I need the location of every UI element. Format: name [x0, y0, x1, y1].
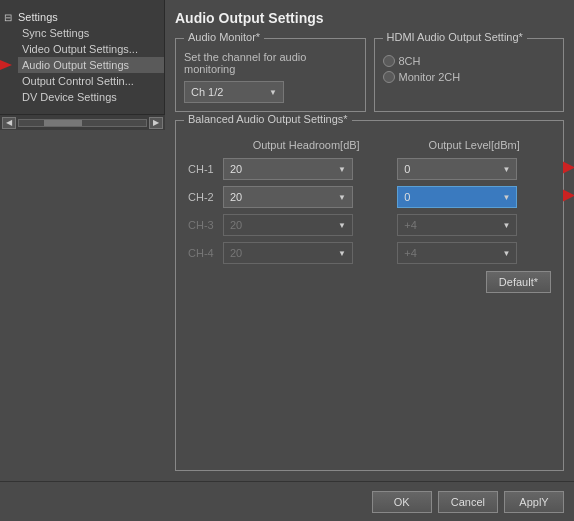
main-panel: Audio Output Settings Audio Monitor* Set…: [165, 0, 574, 481]
hdmi-radio-8ch[interactable]: 8CH: [383, 55, 556, 67]
audio-monitor-legend: Audio Monitor*: [184, 31, 264, 43]
col-headroom-header: Output Headroom[dB]: [219, 137, 393, 155]
sidebar-item-audio[interactable]: Audio Output Settings: [18, 57, 164, 73]
default-button[interactable]: Default*: [486, 271, 551, 293]
svg-marker-2: [563, 190, 574, 202]
audio-monitor-value: Ch 1/2: [191, 86, 265, 98]
content-area: ⊟ Settings Sync Settings Video Output Se…: [0, 0, 574, 481]
footer: OK Cancel ApplY: [0, 481, 574, 521]
table-row: CH-1 20 ▼ 0 ▼: [184, 155, 555, 183]
ch4-headroom-cell: 20 ▼: [219, 239, 393, 267]
ok-button[interactable]: OK: [372, 491, 432, 513]
ch2-headroom-cell: 20 ▼: [219, 183, 393, 211]
hdmi-group: HDMI Audio Output Setting* 8CH Monitor 2…: [374, 38, 565, 112]
sidebar-item-output[interactable]: Output Control Settin...: [18, 73, 164, 89]
top-groups: Audio Monitor* Set the channel for audio…: [175, 38, 564, 112]
dropdown-arrow-icon: ▼: [269, 88, 277, 97]
svg-marker-0: [0, 60, 12, 70]
ch3-headroom-cell: 20 ▼: [219, 211, 393, 239]
ch2-level-value: 0: [404, 191, 498, 203]
ch1-level-cell: 0 ▼: [393, 155, 555, 183]
dropdown-arrow-icon: ▼: [502, 221, 510, 230]
ch4-headroom-dropdown: 20 ▼: [223, 242, 353, 264]
ch1-headroom-cell: 20 ▼: [219, 155, 393, 183]
ch4-level-cell: +4 ▼: [393, 239, 555, 267]
main-container: ⊟ Settings Sync Settings Video Output Se…: [0, 0, 574, 521]
radio-monitor2ch-icon: [383, 71, 395, 83]
ch3-headroom-dropdown: 20 ▼: [223, 214, 353, 236]
sidebar-item-video[interactable]: Video Output Settings...: [18, 41, 164, 57]
table-row: CH-4 20 ▼ +4 ▼: [184, 239, 555, 267]
ch2-level-dropdown[interactable]: 0 ▼: [397, 186, 517, 208]
balanced-table: Output Headroom[dB] Output Level[dBm] CH…: [184, 137, 555, 267]
sidebar-children: Sync Settings Video Output Settings...: [0, 25, 164, 105]
ch3-level-dropdown: +4 ▼: [397, 214, 517, 236]
sidebar-tree: ⊟ Settings Sync Settings Video Output Se…: [0, 5, 164, 109]
red-arrow-ch2-icon: [557, 189, 574, 203]
ch1-label: CH-1: [184, 155, 219, 183]
ch3-headroom-value: 20: [230, 219, 334, 231]
default-btn-row: Default*: [184, 271, 555, 293]
scroll-right-button[interactable]: ▶: [149, 117, 163, 129]
hdmi-radio-group: 8CH Monitor 2CH: [383, 55, 556, 83]
tree-expand-icon: ⊟: [4, 12, 16, 23]
ch3-label: CH-3: [184, 211, 219, 239]
apply-button[interactable]: ApplY: [504, 491, 564, 513]
dropdown-arrow-icon: ▼: [338, 249, 346, 258]
balanced-legend: Balanced Audio Output Settings*: [184, 113, 352, 125]
sidebar-item-settings[interactable]: ⊟ Settings: [0, 9, 164, 25]
ch4-level-dropdown: +4 ▼: [397, 242, 517, 264]
dropdown-arrow-icon: ▼: [502, 193, 510, 202]
cancel-button[interactable]: Cancel: [438, 491, 498, 513]
dropdown-arrow-icon: ▼: [338, 221, 346, 230]
ch2-label: CH-2: [184, 183, 219, 211]
hdmi-legend: HDMI Audio Output Setting*: [383, 31, 527, 43]
sidebar-item-sync-label: Sync Settings: [22, 27, 89, 39]
table-row: CH-3 20 ▼ +4 ▼: [184, 211, 555, 239]
table-row: CH-2 20 ▼ 0 ▼: [184, 183, 555, 211]
svg-marker-1: [563, 162, 574, 174]
scroll-left-button[interactable]: ◀: [2, 117, 16, 129]
col-ch-header: [184, 137, 219, 155]
dropdown-arrow-icon: ▼: [338, 165, 346, 174]
ch4-level-value: +4: [404, 247, 498, 259]
radio-8ch-label: 8CH: [399, 55, 421, 67]
ch2-level-cell: 0 ▼: [393, 183, 555, 211]
dropdown-arrow-icon: ▼: [338, 193, 346, 202]
sidebar: ⊟ Settings Sync Settings Video Output Se…: [0, 0, 165, 114]
ch1-level-value: 0: [404, 163, 498, 175]
ch3-level-cell: +4 ▼: [393, 211, 555, 239]
ch1-headroom-value: 20: [230, 163, 334, 175]
dropdown-arrow-icon: ▼: [502, 249, 510, 258]
red-arrow-ch1-icon: [557, 161, 574, 175]
scroll-thumb: [44, 120, 82, 126]
radio-monitor2ch-label: Monitor 2CH: [399, 71, 461, 83]
scroll-track[interactable]: [18, 119, 147, 127]
ch2-headroom-dropdown[interactable]: 20 ▼: [223, 186, 353, 208]
red-arrow-icon: [0, 58, 18, 72]
dropdown-arrow-icon: ▼: [502, 165, 510, 174]
audio-monitor-description: Set the channel for audio monitoring: [184, 51, 357, 75]
balanced-group: Balanced Audio Output Settings* Output H…: [175, 120, 564, 471]
sidebar-item-output-label: Output Control Settin...: [22, 75, 134, 87]
sidebar-item-audio-label: Audio Output Settings: [22, 59, 129, 71]
ch2-headroom-value: 20: [230, 191, 334, 203]
ch4-label: CH-4: [184, 239, 219, 267]
panel-title: Audio Output Settings: [175, 10, 564, 26]
sidebar-item-sync[interactable]: Sync Settings: [18, 25, 164, 41]
ch4-headroom-value: 20: [230, 247, 334, 259]
hdmi-radio-monitor2ch[interactable]: Monitor 2CH: [383, 71, 556, 83]
sidebar-item-video-label: Video Output Settings...: [22, 43, 138, 55]
sidebar-root-label: Settings: [18, 11, 58, 23]
sidebar-scrollbar: ◀ ▶: [0, 114, 165, 130]
radio-8ch-icon: [383, 55, 395, 67]
audio-monitor-dropdown[interactable]: Ch 1/2 ▼: [184, 81, 284, 103]
ch1-level-dropdown[interactable]: 0 ▼: [397, 158, 517, 180]
sidebar-item-dv[interactable]: DV Device Settings: [18, 89, 164, 105]
audio-monitor-group: Audio Monitor* Set the channel for audio…: [175, 38, 366, 112]
ch1-headroom-dropdown[interactable]: 20 ▼: [223, 158, 353, 180]
col-level-header: Output Level[dBm]: [393, 137, 555, 155]
sidebar-item-dv-label: DV Device Settings: [22, 91, 117, 103]
ch3-level-value: +4: [404, 219, 498, 231]
